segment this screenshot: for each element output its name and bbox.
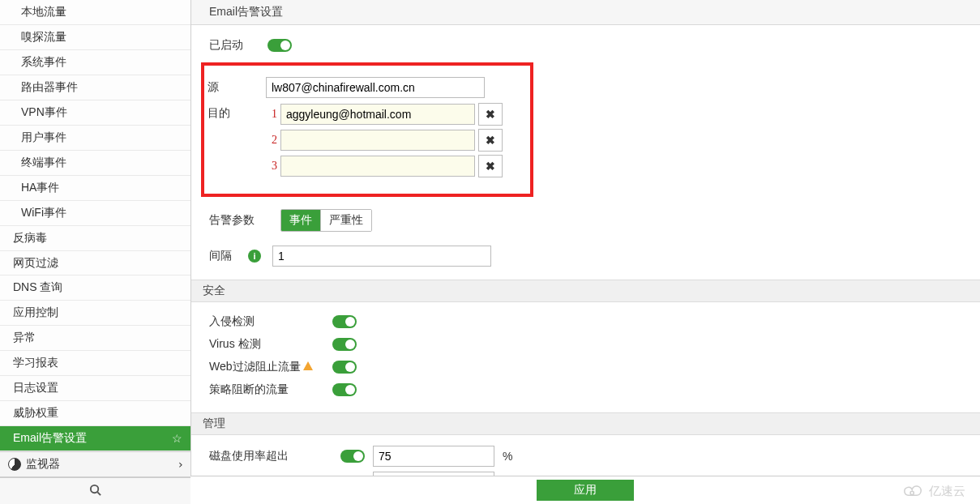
page-title-text: Email告警设置 (209, 5, 283, 19)
policy-block-toggle[interactable] (332, 383, 357, 396)
dest-input-1[interactable] (280, 104, 475, 125)
sidebar-item-label: HA事件 (21, 181, 59, 195)
sidebar-item-antivirus[interactable]: 反病毒 (0, 226, 190, 251)
security-item-label: 入侵检测 (209, 314, 332, 329)
sidebar-item-local-traffic[interactable]: 本地流量 (0, 0, 190, 25)
sidebar-item-label: Email告警设置 (13, 431, 87, 446)
dest-remove-2[interactable]: ✖ (478, 129, 503, 152)
dest-index-3: 3 (266, 160, 277, 173)
page-title: Email告警设置 (191, 0, 980, 25)
sidebar-item-system-events[interactable]: 系统事件 (0, 50, 190, 75)
sidebar-item-email-alerts[interactable]: Email告警设置 ☆ (0, 426, 190, 451)
seg-button-label: 严重性 (329, 213, 363, 228)
dest-remove-1[interactable]: ✖ (478, 103, 503, 126)
sidebar-item-label: 终端事件 (21, 156, 66, 170)
sidebar-item-wifi-events[interactable]: WiFi事件 (0, 201, 190, 226)
sidebar: 本地流量 嗅探流量 系统事件 路由器事件 VPN事件 用户事件 终端事件 HA事… (0, 0, 191, 504)
sidebar-item-sniffer-traffic[interactable]: 嗅探流量 (0, 25, 190, 50)
sidebar-item-label: DNS 查询 (13, 280, 62, 295)
dest-remove-3[interactable]: ✖ (478, 155, 503, 177)
main-panel: Email告警设置 已启动 源 目的 1 ✖ (191, 0, 980, 504)
sidebar-item-webfilter[interactable]: 网页过滤 (0, 251, 190, 276)
alarm-params-label: 告警参数 (209, 213, 267, 228)
apply-button[interactable]: 应用 (537, 480, 634, 501)
search-icon (89, 484, 101, 499)
sidebar-item-label: 威胁权重 (13, 406, 58, 421)
ips-toggle[interactable] (332, 315, 357, 328)
sidebar-item-label: 嗅探流量 (21, 30, 66, 45)
sidebar-item-label: 异常 (13, 331, 36, 345)
dest-index-1: 1 (266, 108, 277, 121)
seg-button-severity[interactable]: 严重性 (321, 210, 371, 231)
source-input[interactable] (266, 77, 485, 98)
sidebar-item-app-control[interactable]: 应用控制 (0, 301, 190, 326)
seg-button-label: 事件 (289, 213, 312, 228)
pie-chart-icon (8, 458, 21, 471)
section-header-label: 管理 (203, 416, 225, 431)
star-icon[interactable]: ☆ (172, 432, 182, 445)
sidebar-item-router-events[interactable]: 路由器事件 (0, 75, 190, 100)
sidebar-item-dns-query[interactable]: DNS 查询 (0, 275, 190, 301)
sidebar-item-label: 路由器事件 (21, 80, 78, 95)
sidebar-item-threat-weight[interactable]: 威胁权重 (0, 401, 190, 426)
sidebar-item-label: 学习报表 (13, 356, 58, 370)
highlight-box: 源 目的 1 ✖ 2 ✖ (201, 62, 533, 197)
security-item-label: Web过滤阻止流量 (209, 360, 332, 374)
sidebar-item-learning-report[interactable]: 学习报表 (0, 351, 190, 376)
section-header-admin: 管理 (191, 412, 980, 435)
security-item-label: Virus 检测 (209, 337, 332, 352)
sidebar-item-anomaly[interactable]: 异常 (0, 326, 190, 351)
sidebar-group-monitor[interactable]: 监视器 › (0, 451, 190, 477)
svg-point-0 (91, 485, 98, 492)
interval-label: 间隔 (209, 249, 245, 263)
disk-usage-input[interactable] (373, 446, 494, 467)
warning-icon (303, 361, 313, 370)
virus-toggle[interactable] (332, 338, 357, 351)
enabled-label: 已启动 (209, 38, 267, 53)
sidebar-item-label: 反病毒 (13, 231, 47, 246)
svg-line-1 (97, 492, 101, 495)
dest-label: 目的 (208, 103, 266, 121)
section-header-label: 安全 (203, 284, 225, 298)
content: 已启动 源 目的 1 ✖ (191, 25, 980, 504)
sidebar-search[interactable] (0, 477, 190, 504)
chevron-right-icon: › (178, 458, 184, 471)
seg-button-event[interactable]: 事件 (281, 210, 321, 231)
sidebar-item-label: 应用控制 (13, 305, 58, 320)
sidebar-item-label: 日志设置 (13, 381, 58, 395)
alarm-params-segmented: 事件 严重性 (280, 209, 372, 232)
footer: 应用 (190, 476, 980, 504)
sidebar-item-label: WiFi事件 (21, 206, 66, 220)
sidebar-item-endpoint-events[interactable]: 终端事件 (0, 151, 190, 176)
apply-button-label: 应用 (574, 483, 597, 496)
disk-usage-toggle[interactable] (340, 450, 365, 463)
dest-input-3[interactable] (280, 156, 475, 177)
sidebar-item-label: 本地流量 (21, 5, 66, 19)
sidebar-item-label: VPN事件 (21, 105, 67, 120)
source-label: 源 (208, 80, 266, 95)
sidebar-item-label: 网页过滤 (13, 256, 58, 271)
info-icon[interactable]: i (248, 250, 261, 263)
sidebar-item-label: 系统事件 (21, 55, 66, 70)
enabled-toggle[interactable] (267, 39, 292, 52)
disk-usage-unit: % (503, 450, 512, 463)
sidebar-group-label: 监视器 (26, 457, 60, 472)
security-item-label: 策略阻断的流量 (209, 382, 332, 397)
dest-input-2[interactable] (280, 130, 475, 151)
sidebar-item-log-settings[interactable]: 日志设置 (0, 376, 190, 401)
disk-usage-label: 磁盘使用率超出 (209, 449, 332, 463)
sidebar-item-ha-events[interactable]: HA事件 (0, 176, 190, 201)
sidebar-item-label: 用户事件 (21, 130, 66, 145)
section-header-security: 安全 (191, 280, 980, 302)
interval-input[interactable] (272, 246, 491, 267)
sidebar-item-user-events[interactable]: 用户事件 (0, 126, 190, 151)
dest-index-2: 2 (266, 134, 277, 147)
webfilter-block-toggle[interactable] (332, 361, 357, 374)
sidebar-item-vpn-events[interactable]: VPN事件 (0, 100, 190, 126)
